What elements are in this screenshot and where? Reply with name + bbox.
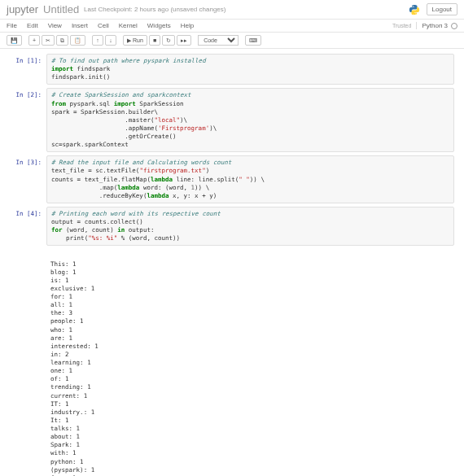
menu-insert[interactable]: Insert xyxy=(72,22,88,29)
input-prompt: In [4]: xyxy=(10,207,46,247)
input-prompt: In [3]: xyxy=(10,155,46,203)
checkpoint-text: Last Checkpoint: 2 hours ago (unsaved ch… xyxy=(84,6,225,13)
output-cell: This: 1 blog: 1 is: 1 exclusive: 1 for: … xyxy=(10,249,454,476)
menu-help[interactable]: Help xyxy=(181,22,194,29)
stop-button[interactable]: ■ xyxy=(149,35,160,46)
code-cell[interactable]: In [3]:# Read the input file and Calcula… xyxy=(10,155,454,203)
add-cell-button[interactable]: + xyxy=(28,35,40,46)
trusted-indicator: Trusted xyxy=(392,23,411,28)
output-prompt xyxy=(10,249,46,476)
save-button[interactable]: 💾 xyxy=(7,35,22,46)
code-input[interactable]: # Printing each word with its respective… xyxy=(46,207,454,247)
notebook-title[interactable]: Untitled xyxy=(43,3,79,15)
menu-edit[interactable]: Edit xyxy=(27,22,38,29)
kernel-indicator-icon xyxy=(451,23,457,29)
jupyter-logo: jupyter xyxy=(7,3,38,15)
notebook-header: jupyter Untitled Last Checkpoint: 2 hour… xyxy=(0,0,464,20)
move-down-button[interactable]: ↓ xyxy=(105,35,116,46)
stdout-output: This: 1 blog: 1 is: 1 exclusive: 1 for: … xyxy=(46,249,454,476)
input-prompt: In [1]: xyxy=(10,54,46,85)
menu-widgets[interactable]: Widgets xyxy=(147,22,171,29)
paste-button[interactable]: 📋 xyxy=(70,35,85,46)
celltype-select[interactable]: Code xyxy=(198,35,239,46)
code-input[interactable]: # Read the input file and Calculating wo… xyxy=(46,155,454,203)
menu-cell[interactable]: Cell xyxy=(98,22,109,29)
notebook-body: In [1]:# To find out path where pyspark … xyxy=(0,49,464,476)
python-icon xyxy=(409,4,420,15)
copy-button[interactable]: ⧉ xyxy=(56,35,68,46)
cut-button[interactable]: ✂ xyxy=(42,35,55,46)
toolbar: 💾 + ✂ ⧉ 📋 ↑ ↓ ▶ Run ■ ↻ ▸▸ Code ⌨ xyxy=(0,33,464,49)
menu-view[interactable]: View xyxy=(48,22,62,29)
run-button[interactable]: ▶ Run xyxy=(123,35,147,46)
input-prompt: In [2]: xyxy=(10,88,46,152)
restart-button[interactable]: ↻ xyxy=(162,35,175,46)
logout-button[interactable]: Logout xyxy=(427,3,457,15)
code-input[interactable]: # Create SparkSession and sparkcontext f… xyxy=(46,88,454,152)
restart-run-all-button[interactable]: ▸▸ xyxy=(177,35,191,46)
code-cell[interactable]: In [2]:# Create SparkSession and sparkco… xyxy=(10,88,454,152)
command-palette-button[interactable]: ⌨ xyxy=(245,35,261,46)
move-up-button[interactable]: ↑ xyxy=(92,35,103,46)
menu-file[interactable]: File xyxy=(7,22,17,29)
kernel-name[interactable]: Python 3 xyxy=(416,22,448,29)
code-input[interactable]: # To find out path where pyspark install… xyxy=(46,54,454,85)
menu-kernel[interactable]: Kernel xyxy=(119,22,138,29)
code-cell[interactable]: In [1]:# To find out path where pyspark … xyxy=(10,54,454,85)
code-cell[interactable]: In [4]:# Printing each word with its res… xyxy=(10,207,454,247)
menubar: File Edit View Insert Cell Kernel Widget… xyxy=(0,20,464,33)
